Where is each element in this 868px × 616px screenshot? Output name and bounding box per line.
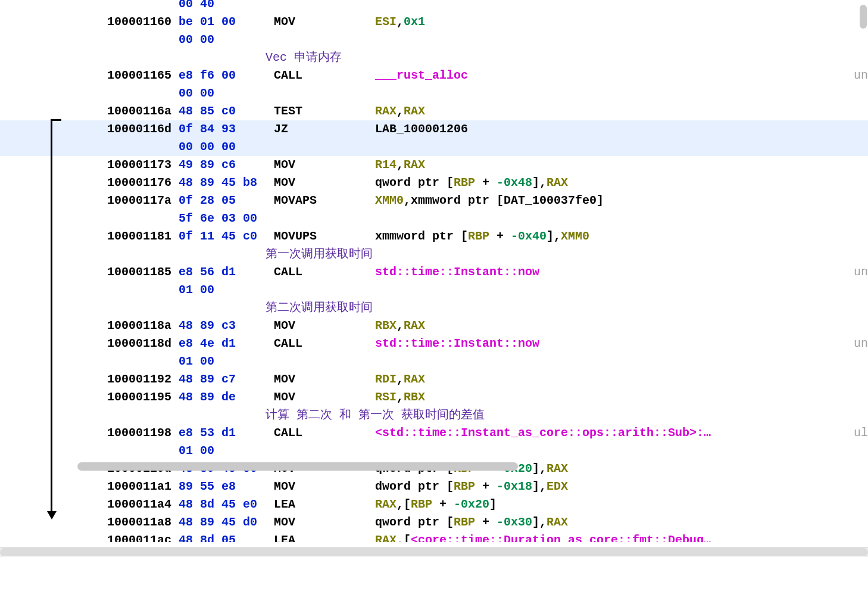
operands: RAX,[RBP + -0x20] xyxy=(375,496,497,514)
operands: RAX,RAX xyxy=(375,102,425,120)
operand-token: std::time::Instant::now xyxy=(375,337,539,350)
address: 10000116d xyxy=(107,120,179,138)
operand-token: ] xyxy=(489,497,497,511)
operand-token: RAX xyxy=(375,104,396,118)
operands: std::time::Instant::now xyxy=(375,263,539,281)
instruction-row[interactable]: 100001165e8 f6 00CALL___rust_allocun xyxy=(0,67,868,85)
instruction-row[interactable]: 1000011a189 55 e8MOVdword ptr [RBP + -0x… xyxy=(0,478,868,496)
operand-token: dword ptr [ xyxy=(375,480,454,493)
operand-token: RBP xyxy=(411,497,432,511)
operand-token: ], xyxy=(532,480,547,493)
operand-token: ,[ xyxy=(396,533,411,542)
instruction-bytes: 0f 84 93 xyxy=(179,120,274,138)
operand-token: <std::time::Instant_as_core::ops::arith:… xyxy=(375,426,711,440)
instruction-row[interactable]: 1000011a848 89 45 d0MOVqword ptr [RBP + … xyxy=(0,514,868,531)
instruction-bytes: 48 89 45 b8 xyxy=(179,174,274,192)
operand-token: -0x18 xyxy=(497,480,532,493)
operand-token: RAX xyxy=(375,497,396,511)
instruction-row[interactable]: 10000116d0f 84 93JZLAB_100001206 xyxy=(0,120,868,138)
operand-token: , xyxy=(396,104,404,118)
mnemonic: CALL xyxy=(274,263,375,281)
operand-token: ESI xyxy=(375,15,396,29)
instruction-row[interactable]: 10000117648 89 45 b8MOVqword ptr [RBP + … xyxy=(0,174,868,192)
operand-token: RDI xyxy=(375,372,396,386)
instruction-row[interactable]: 100001160be 01 00MOVESI,0x1 xyxy=(0,13,868,31)
address: 100001198 xyxy=(107,424,179,442)
bytes-continuation-row: 00 40 xyxy=(0,0,868,13)
address: 10000118a xyxy=(107,317,179,335)
instruction-bytes: 00 00 xyxy=(179,85,274,102)
address: 100001195 xyxy=(107,388,179,406)
operands: <std::time::Instant_as_core::ops::arith:… xyxy=(375,424,711,442)
instruction-bytes: 0f 11 45 c0 xyxy=(179,228,274,245)
address: 100001192 xyxy=(107,371,179,388)
comment-row: 第一次调用获取时间 xyxy=(0,245,868,263)
operand-token: RAX xyxy=(404,319,425,332)
instruction-bytes: 01 00 xyxy=(179,353,274,371)
operands: ESI,0x1 xyxy=(375,13,425,31)
instruction-row[interactable]: 10000118a48 89 c3MOVRBX,RAX xyxy=(0,317,868,335)
operand-token: xmmword ptr [ xyxy=(375,229,468,243)
operand-token: 0x1 xyxy=(404,15,425,29)
instruction-row[interactable]: 10000117a0f 28 05MOVAPSXMM0,xmmword ptr … xyxy=(0,192,868,210)
instruction-row[interactable]: 10000117349 89 c6MOVR14,RAX xyxy=(0,156,868,174)
mnemonic: MOV xyxy=(274,156,375,174)
inner-horizontal-scrollbar-thumb[interactable] xyxy=(77,462,518,471)
instruction-row[interactable]: 1000011810f 11 45 c0MOVUPSxmmword ptr [R… xyxy=(0,228,868,245)
operand-token: RBP xyxy=(454,480,475,493)
mnemonic: MOVUPS xyxy=(274,228,375,245)
operands: std::time::Instant::now xyxy=(375,335,539,353)
operand-token: RBP xyxy=(454,176,475,189)
operand-token: , xyxy=(396,319,404,332)
operands: RBX,RAX xyxy=(375,317,425,335)
operands: xmmword ptr [RBP + -0x40],XMM0 xyxy=(375,228,589,245)
operands: RAX,[<core::time::Duration as core::fmt:… xyxy=(375,531,711,542)
vertical-scrollbar-thumb[interactable] xyxy=(860,5,867,29)
mnemonic: LEA xyxy=(274,496,375,514)
instruction-row[interactable]: 1000011ac48 8d 05LEARAX,[<core::time::Du… xyxy=(0,531,868,542)
instruction-bytes: 48 89 45 d0 xyxy=(179,514,274,531)
bytes-continuation-row: 00 00 xyxy=(0,31,868,49)
instruction-bytes: 00 00 xyxy=(179,31,274,49)
instruction-row[interactable]: 10000119248 89 c7MOVRDI,RAX xyxy=(0,371,868,388)
comment-row: Vec 申请内存 xyxy=(0,49,868,67)
address: 100001165 xyxy=(107,67,179,85)
instruction-bytes: 00 00 00 xyxy=(179,138,274,156)
address: 10000116a xyxy=(107,102,179,120)
operand-token: , xyxy=(396,158,404,172)
instruction-bytes: 48 89 c7 xyxy=(179,371,274,388)
mnemonic: MOV xyxy=(274,478,375,496)
operand-token: RAX xyxy=(547,176,568,189)
operands: XMM0,xmmword ptr [DAT_100037fe0] xyxy=(375,192,604,210)
instruction-row[interactable]: 10000119548 89 deMOVRSI,RBX xyxy=(0,388,868,406)
vertical-scrollbar[interactable] xyxy=(860,5,867,529)
disassembly-viewport[interactable]: 00 40100001160be 01 00MOVESI,0x100 00Vec… xyxy=(0,0,868,542)
instruction-row[interactable]: 100001198e8 53 d1CALL<std::time::Instant… xyxy=(0,424,868,442)
operand-token: RBX xyxy=(375,319,396,332)
outer-horizontal-scrollbar-thumb[interactable] xyxy=(0,548,868,556)
address: 1000011a1 xyxy=(107,478,179,496)
mnemonic: CALL xyxy=(274,67,375,85)
operand-token: , xyxy=(396,15,404,29)
inner-horizontal-scrollbar[interactable] xyxy=(65,462,773,471)
operand-token: ], xyxy=(532,176,547,189)
outer-horizontal-scrollbar[interactable] xyxy=(0,547,868,556)
instruction-bytes: 48 89 c3 xyxy=(179,317,274,335)
address: 1000011ac xyxy=(107,531,179,542)
operand-token: qword ptr [ xyxy=(375,515,454,529)
instruction-row[interactable]: 1000011a448 8d 45 e0LEARAX,[RBP + -0x20] xyxy=(0,496,868,514)
operand-token: ], xyxy=(547,229,561,243)
instruction-bytes: 48 89 de xyxy=(179,388,274,406)
instruction-row[interactable]: 100001185e8 56 d1CALLstd::time::Instant:… xyxy=(0,263,868,281)
operand-token: XMM0 xyxy=(375,194,404,207)
operands: RSI,RBX xyxy=(375,388,425,406)
instruction-bytes: 5f 6e 03 00 xyxy=(179,210,274,228)
operand-token: XMM0 xyxy=(561,229,589,243)
instruction-bytes: 01 00 xyxy=(179,442,274,460)
mnemonic: MOV xyxy=(274,371,375,388)
mnemonic: MOV xyxy=(274,514,375,531)
instruction-row[interactable]: 10000118de8 4e d1CALLstd::time::Instant:… xyxy=(0,335,868,353)
instruction-bytes: 00 40 xyxy=(179,0,274,13)
operand-token: RAX xyxy=(404,104,425,118)
instruction-row[interactable]: 10000116a48 85 c0TESTRAX,RAX xyxy=(0,102,868,120)
